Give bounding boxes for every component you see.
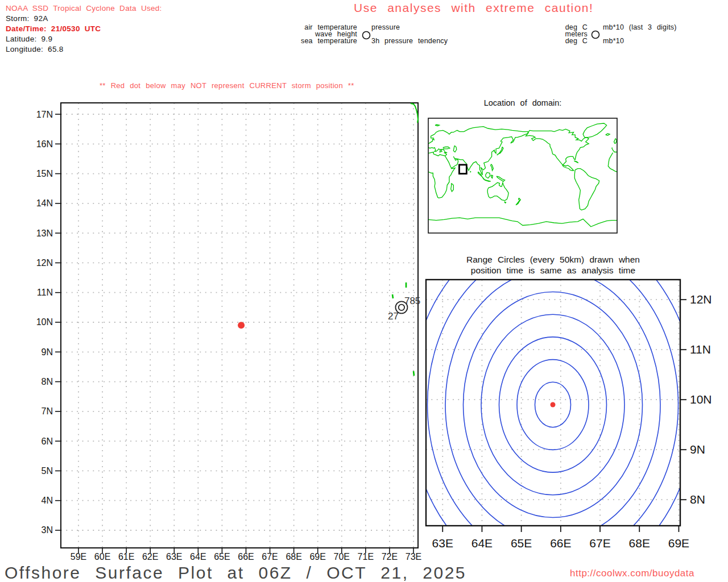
svg-text:16N: 16N [36, 139, 53, 149]
svg-text:67E: 67E [262, 552, 278, 562]
footer-title: Offshore Surface Plot at 06Z / OCT 21, 2… [5, 563, 466, 582]
svg-text:14N: 14N [36, 198, 53, 208]
svg-text:60E: 60E [94, 552, 110, 562]
plots-canvas: 59E60E61E62E63E64E65E66E67E68E69E70E71E7… [0, 0, 728, 582]
svg-text:3N: 3N [42, 525, 53, 535]
svg-text:12N: 12N [36, 258, 53, 268]
svg-text:7N: 7N [42, 406, 53, 416]
svg-text:8N: 8N [42, 377, 53, 386]
svg-text:15N: 15N [36, 169, 53, 178]
svg-text:6N: 6N [42, 436, 53, 446]
svg-text:72E: 72E [382, 552, 398, 562]
svg-text:73E: 73E [406, 552, 421, 562]
svg-text:66E: 66E [238, 552, 254, 562]
footer-url[interactable]: http://coolwx.com/buoydata [570, 568, 694, 579]
range-circles [374, 179, 728, 582]
svg-text:70E: 70E [334, 552, 350, 562]
svg-text:69E: 69E [668, 537, 689, 550]
svg-text:12N: 12N [690, 293, 712, 306]
svg-text:64E: 64E [471, 537, 493, 550]
svg-text:4N: 4N [42, 496, 53, 505]
svg-text:62E: 62E [142, 552, 158, 562]
svg-text:5N: 5N [42, 466, 53, 476]
storm-position-dot [238, 322, 245, 329]
svg-text:59E: 59E [71, 552, 86, 562]
svg-text:11N: 11N [37, 288, 53, 297]
svg-text:69E: 69E [309, 552, 325, 562]
world-inset-map [428, 118, 617, 233]
main-surface-plot: 59E60E61E62E63E64E65E66E67E68E69E70E71E7… [36, 103, 422, 562]
domain-box [459, 165, 466, 174]
svg-text:63E: 63E [166, 552, 182, 562]
range-circles-plot: 63E64E65E66E67E68E69E12N11N10N9N8N [374, 179, 728, 582]
svg-text:27: 27 [388, 311, 399, 322]
svg-text:785: 785 [404, 296, 420, 306]
svg-text:71E: 71E [358, 552, 374, 562]
svg-text:10N: 10N [690, 393, 712, 406]
range-center-dot [551, 402, 556, 408]
svg-text:9N: 9N [42, 347, 53, 357]
svg-text:11N: 11N [690, 343, 711, 356]
svg-text:63E: 63E [432, 537, 453, 550]
svg-text:64E: 64E [190, 552, 206, 562]
buoy-station-plot: 27785 [388, 296, 420, 322]
svg-text:67E: 67E [589, 537, 610, 550]
svg-text:61E: 61E [118, 552, 134, 562]
svg-text:68E: 68E [629, 537, 650, 550]
svg-text:9N: 9N [690, 443, 705, 456]
svg-text:13N: 13N [36, 228, 53, 238]
svg-text:68E: 68E [286, 552, 301, 562]
svg-text:66E: 66E [550, 537, 571, 550]
svg-text:17N: 17N [36, 110, 53, 119]
svg-text:65E: 65E [214, 552, 230, 562]
svg-text:65E: 65E [511, 537, 532, 550]
svg-text:10N: 10N [36, 317, 53, 327]
world-coastlines [428, 123, 617, 227]
page-root: NOAA SSD Tropical Cyclone Data Used: Sto… [0, 0, 728, 582]
svg-text:8N: 8N [690, 493, 705, 506]
